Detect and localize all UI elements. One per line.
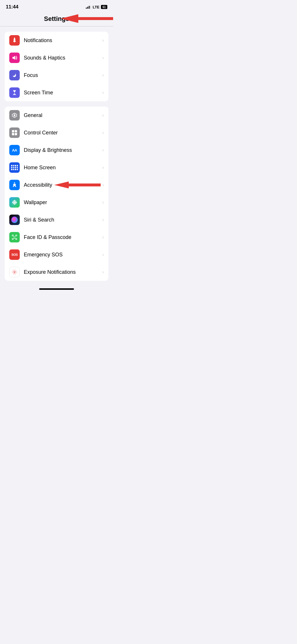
wallpaper-icon-wrap [9,197,20,208]
page-title: Settings [44,15,69,23]
display-brightness-label: Display & Brightness [24,147,102,153]
exposure-icon-wrap [9,267,20,277]
control-center-icon-wrap [9,127,20,138]
sounds-chevron: › [102,55,104,60]
accessibility-icon-wrap [9,180,20,190]
focus-icon-wrap [9,70,20,80]
sos-icon: SOS [11,253,18,256]
emergency-sos-chevron: › [102,252,104,257]
lte-label: LTE [93,5,99,9]
face-id-icon [11,234,18,240]
home-screen-chevron: › [102,165,104,170]
settings-section-1: Notifications › Sounds & Haptics › Focus… [5,32,108,101]
hourglass-icon [11,89,18,96]
svg-point-13 [15,202,17,203]
siri-search-label: Siri & Search [24,217,102,223]
svg-marker-8 [54,181,101,188]
home-screen-row[interactable]: Home Screen › [5,159,108,176]
notifications-row[interactable]: Notifications › [5,32,108,49]
signal-bars [86,5,91,9]
svg-point-11 [14,203,15,205]
notifications-chevron: › [102,38,104,43]
battery-level: 61 [102,6,106,9]
settings-section-2: General › Control Center › AA Display & … [5,107,108,281]
accessibility-row[interactable]: Accessibility › [5,176,108,194]
display-icon: AA [12,148,17,152]
svg-rect-1 [14,42,15,42]
emergency-sos-icon-wrap: SOS [9,249,20,260]
page-header: Settings [0,12,113,26]
accessibility-chevron: › [102,182,104,188]
focus-row[interactable]: Focus › [5,66,108,84]
svg-point-2 [14,37,15,38]
sounds-haptics-label: Sounds & Haptics [24,55,102,61]
accessibility-label: Accessibility [24,182,54,188]
wallpaper-label: Wallpaper [24,199,102,206]
general-icon-wrap [9,110,20,120]
accessibility-red-arrow [54,181,101,189]
siri-orb [11,217,18,223]
control-center-grid [12,130,17,135]
battery-indicator: 61 [101,5,107,9]
accessibility-person-icon [11,182,18,188]
general-chevron: › [102,113,104,118]
screen-time-icon-wrap [9,87,20,98]
svg-point-25 [14,271,15,273]
display-brightness-icon-wrap: AA [9,145,20,155]
svg-rect-20 [12,238,13,240]
moon-icon [12,72,17,78]
face-id-chevron: › [102,235,104,240]
svg-point-10 [14,200,15,202]
svg-point-6 [14,114,15,116]
face-id-icon-wrap [9,232,20,242]
svg-point-12 [12,202,14,203]
emergency-sos-row[interactable]: SOS Emergency SOS › [5,246,108,263]
general-row[interactable]: General › [5,107,108,124]
screen-time-row[interactable]: Screen Time › [5,84,108,101]
exposure-notifications-chevron: › [102,269,104,275]
home-bar [39,288,74,290]
face-id-label: Face ID & Passcode [24,234,102,240]
home-screen-label: Home Screen [24,165,102,171]
exposure-notifications-label: Exposure Notifications [24,269,102,275]
header-divider [0,26,113,26]
wallpaper-row[interactable]: Wallpaper › [5,194,108,211]
siri-search-chevron: › [102,217,104,222]
exposure-icon [11,269,18,275]
svg-marker-3 [12,56,15,60]
home-indicator [0,286,113,294]
svg-rect-5 [13,94,16,95]
general-label: General [24,112,102,118]
wallpaper-flower-icon [11,199,18,206]
svg-point-24 [15,237,15,238]
notifications-label: Notifications [24,37,102,44]
status-bar: 11:44 LTE 61 [0,0,113,12]
home-screen-grid [11,165,18,170]
control-center-row[interactable]: Control Center › [5,124,108,141]
siri-icon-wrap [9,215,20,225]
svg-point-9 [14,202,15,203]
svg-rect-18 [12,235,13,236]
focus-label: Focus [24,72,102,78]
control-center-label: Control Center [24,130,102,136]
sound-icon [11,55,18,61]
svg-rect-19 [16,235,17,236]
status-icons: LTE 61 [86,5,107,9]
gear-icon [11,112,18,118]
wallpaper-chevron: › [102,200,104,205]
siri-search-row[interactable]: Siri & Search › [5,211,108,229]
display-brightness-row[interactable]: AA Display & Brightness › [5,141,108,159]
focus-chevron: › [102,73,104,78]
status-time: 11:44 [6,4,18,10]
screen-time-label: Screen Time [24,90,102,96]
accessibility-arrow-annotation [54,181,101,189]
exposure-notifications-row[interactable]: Exposure Notifications › [5,263,108,281]
notifications-icon-wrap [9,35,20,46]
face-id-row[interactable]: Face ID & Passcode › [5,229,108,246]
display-brightness-chevron: › [102,147,104,153]
emergency-sos-label: Emergency SOS [24,252,102,258]
svg-point-7 [14,182,15,184]
bell-icon [11,37,18,44]
sounds-haptics-row[interactable]: Sounds & Haptics › [5,49,108,66]
sounds-icon-wrap [9,53,20,63]
